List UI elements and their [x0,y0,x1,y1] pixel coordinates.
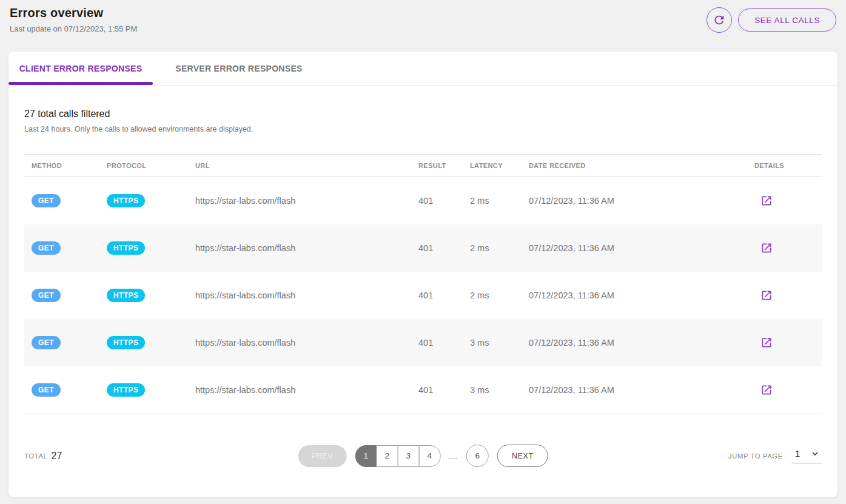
result-cell: 401 [411,243,463,253]
filtered-calls-summary: 27 total calls filtered [24,109,822,119]
latency-cell: 3 ms [463,385,522,395]
protocol-badge: HTTPS [107,336,145,349]
method-badge: GET [32,383,61,397]
header-actions: SEE ALL CALLS [707,7,836,33]
see-all-calls-button[interactable]: SEE ALL CALLS [738,8,836,32]
date-received-cell: 07/12/2023, 11:36 AM [522,338,747,348]
page-button-2[interactable]: 2 [376,445,398,467]
protocol-badge: HTTPS [107,194,145,207]
tab-client-error-responses[interactable]: CLIENT ERROR RESPONSES [8,52,153,85]
open-details-button[interactable] [759,335,774,350]
page-button-3[interactable]: 3 [397,445,419,467]
total-label: TOTAL [24,452,48,460]
next-page-button[interactable]: NEXT [497,445,548,467]
open-in-new-icon [760,242,773,254]
latency-cell: 2 ms [463,291,522,300]
column-header-result: RESULT [411,162,463,169]
column-header-method: METHOD [24,162,99,169]
table-row: GET HTTPS https://star-labs.com/flash 40… [24,224,822,272]
protocol-badge: HTTPS [107,289,145,302]
errors-card: CLIENT ERROR RESPONSES SERVER ERROR RESP… [8,52,838,497]
open-details-button[interactable] [759,288,774,303]
url-cell: https://star-labs.com/flash [188,196,411,206]
url-cell: https://star-labs.com/flash [188,291,411,300]
chevron-down-icon [810,448,821,459]
url-cell: https://star-labs.com/flash [188,338,411,348]
card-content: 27 total calls filtered Last 24 hours. O… [8,86,838,497]
refresh-button[interactable] [707,7,732,33]
date-received-cell: 07/12/2023, 11:36 AM [522,385,747,395]
open-in-new-icon [760,337,773,349]
jump-to-page-label: JUMP TO PAGE [728,452,783,460]
url-cell: https://star-labs.com/flash [188,243,411,253]
card-footer: TOTAL 27 PREV 1 2 3 4 ... 6 NEXT JUMP TO… [24,414,822,497]
open-in-new-icon [760,384,773,396]
page-button-4[interactable]: 4 [418,445,440,467]
jump-to-page-select[interactable]: 1 [791,448,822,463]
open-in-new-icon [760,289,773,301]
column-header-details: DETAILS [747,162,822,169]
tab-bar: CLIENT ERROR RESPONSES SERVER ERROR RESP… [8,52,838,86]
result-cell: 401 [411,385,463,395]
result-cell: 401 [411,196,463,206]
total-count: TOTAL 27 [24,451,62,462]
prev-page-button[interactable]: PREV [298,445,346,467]
page-button-1[interactable]: 1 [355,445,377,467]
date-received-cell: 07/12/2023, 11:36 AM [522,196,747,206]
method-badge: GET [32,241,61,255]
header-text-block: Errors overview Last update on 07/12/202… [10,6,137,33]
column-header-url: URL [188,162,411,169]
open-details-button[interactable] [759,383,774,397]
table-row: GET HTTPS https://star-labs.com/flash 40… [24,366,822,414]
method-badge: GET [32,336,61,349]
page-button-6[interactable]: 6 [466,445,489,467]
table-row: GET HTTPS https://star-labs.com/flash 40… [24,177,822,224]
column-header-latency: LATENCY [463,162,522,169]
method-badge: GET [32,289,61,302]
date-received-cell: 07/12/2023, 11:36 AM [522,291,747,300]
page-header: Errors overview Last update on 07/12/202… [0,0,846,52]
result-cell: 401 [411,338,463,348]
table-row: GET HTTPS https://star-labs.com/flash 40… [24,272,822,319]
protocol-badge: HTTPS [107,241,145,255]
tab-server-label: SERVER ERROR RESPONSES [175,64,302,73]
refresh-icon [713,13,726,27]
latency-cell: 2 ms [463,196,522,206]
result-cell: 401 [411,291,463,300]
method-badge: GET [32,194,61,207]
open-details-button[interactable] [759,241,774,255]
jump-to-page-value: 1 [795,449,800,459]
pagination: PREV 1 2 3 4 ... 6 NEXT [298,445,548,467]
tab-client-label: CLIENT ERROR RESPONSES [19,64,143,73]
jump-to-page: JUMP TO PAGE 1 [728,448,822,463]
column-header-protocol: PROTOCOL [99,162,188,169]
date-received-cell: 07/12/2023, 11:36 AM [522,243,747,253]
pagination-ellipsis: ... [449,451,458,461]
latency-cell: 3 ms [463,338,522,348]
last-update-text: Last update on 07/12/2023, 1:55 PM [10,24,137,33]
column-header-date-received: DATE RECEIVED [522,162,747,169]
protocol-badge: HTTPS [107,383,145,397]
open-details-button[interactable] [759,193,774,208]
url-cell: https://star-labs.com/flash [188,385,411,395]
table-header-row: METHOD PROTOCOL URL RESULT LATENCY DATE … [24,154,822,177]
active-tab-indicator [8,82,153,85]
table-row: GET HTTPS https://star-labs.com/flash 40… [24,319,822,366]
page-number-group: 1 2 3 4 [355,445,440,467]
filtered-calls-description: Last 24 hours. Only the calls to allowed… [24,125,822,133]
calls-table: METHOD PROTOCOL URL RESULT LATENCY DATE … [24,154,822,414]
page-title: Errors overview [10,6,137,20]
latency-cell: 2 ms [463,243,522,253]
total-value: 27 [52,451,62,462]
open-in-new-icon [760,195,773,207]
tab-server-error-responses[interactable]: SERVER ERROR RESPONSES [153,52,325,85]
